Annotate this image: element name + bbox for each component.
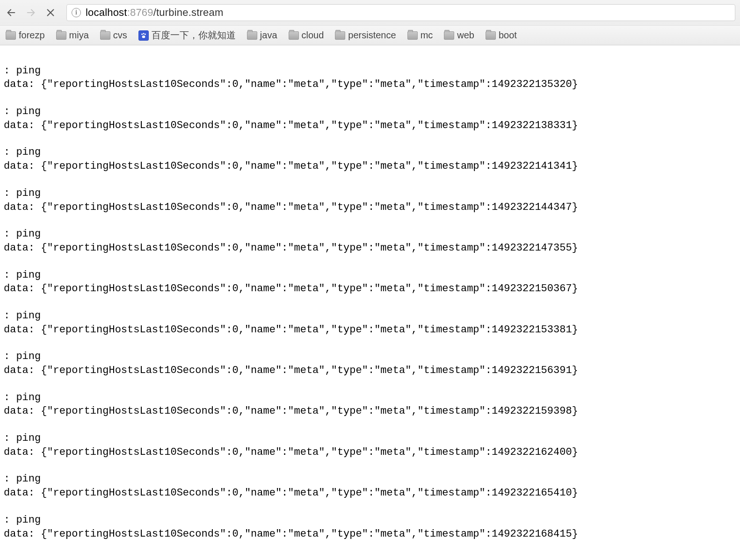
stop-button[interactable]: [44, 6, 57, 19]
forward-button[interactable]: [24, 6, 37, 19]
site-info-icon[interactable]: i: [72, 8, 81, 17]
bookmark-mc[interactable]: mc: [407, 30, 433, 41]
stream-event: : ping data: {"reportingHostsLast10Secon…: [4, 431, 736, 459]
svg-point-4: [141, 33, 143, 35]
stream-event: : ping data: {"reportingHostsLast10Secon…: [4, 309, 736, 337]
data-line: data: {"reportingHostsLast10Seconds":0,"…: [4, 446, 578, 458]
bookmark-cloud[interactable]: cloud: [289, 30, 324, 41]
bookmark-boot[interactable]: boot: [486, 30, 517, 41]
bookmark-label: web: [457, 30, 474, 41]
data-line: data: {"reportingHostsLast10Seconds":0,"…: [4, 120, 578, 131]
ping-line: : ping: [4, 432, 41, 444]
data-line: data: {"reportingHostsLast10Seconds":0,"…: [4, 324, 578, 336]
data-line: data: {"reportingHostsLast10Seconds":0,"…: [4, 405, 578, 417]
svg-point-7: [142, 36, 145, 38]
bookmark-label: mc: [421, 30, 433, 41]
stream-event: : ping data: {"reportingHostsLast10Secon…: [4, 64, 736, 92]
data-line: data: {"reportingHostsLast10Seconds":0,"…: [4, 201, 578, 213]
ping-line: : ping: [4, 187, 41, 199]
address-bar[interactable]: i localhost:8769/turbine.stream: [66, 4, 735, 21]
bookmark-label: cvs: [113, 30, 127, 41]
close-icon: [45, 7, 56, 18]
data-line: data: {"reportingHostsLast10Seconds":0,"…: [4, 487, 578, 499]
ping-line: : ping: [4, 269, 41, 281]
data-line: data: {"reportingHostsLast10Seconds":0,"…: [4, 365, 578, 376]
stream-content: : ping data: {"reportingHostsLast10Secon…: [0, 45, 740, 559]
folder-icon: [335, 31, 345, 40]
url-text: localhost:8769/turbine.stream: [86, 7, 223, 19]
stream-event: : ping data: {"reportingHostsLast10Secon…: [4, 105, 736, 132]
stream-event: : ping data: {"reportingHostsLast10Secon…: [4, 391, 736, 418]
folder-icon: [486, 31, 496, 40]
ping-line: : ping: [4, 65, 41, 77]
stream-event: : ping data: {"reportingHostsLast10Secon…: [4, 268, 736, 296]
bookmark-label: boot: [499, 30, 517, 41]
bookmark-label: cloud: [302, 30, 324, 41]
folder-icon: [100, 31, 110, 40]
bookmarks-bar: forezp miya cvs 百度一下，你就知道 java cloud per…: [0, 25, 740, 45]
nav-row: i localhost:8769/turbine.stream: [0, 0, 740, 25]
folder-icon: [247, 31, 257, 40]
ping-line: : ping: [4, 473, 41, 485]
baidu-paw-icon: [138, 30, 149, 41]
url-path: /turbine.stream: [153, 7, 224, 18]
stream-event: : ping data: {"reportingHostsLast10Secon…: [4, 187, 736, 214]
bookmark-label: 百度一下，你就知道: [152, 29, 236, 42]
url-host: localhost: [86, 7, 127, 18]
arrow-right-icon: [26, 7, 36, 18]
bookmark-baidu[interactable]: 百度一下，你就知道: [138, 29, 236, 42]
stream-event: : ping data: {"reportingHostsLast10Secon…: [4, 145, 736, 173]
ping-line: : ping: [4, 106, 41, 117]
bookmark-cvs[interactable]: cvs: [100, 30, 127, 41]
stream-event: : ping data: {"reportingHostsLast10Secon…: [4, 472, 736, 500]
data-line: data: {"reportingHostsLast10Seconds":0,"…: [4, 79, 578, 90]
url-port: :8769: [127, 7, 153, 18]
bookmark-label: persistence: [348, 30, 396, 41]
folder-icon: [407, 31, 418, 40]
data-line: data: {"reportingHostsLast10Seconds":0,"…: [4, 283, 578, 294]
ping-line: : ping: [4, 310, 41, 322]
folder-icon: [444, 31, 454, 40]
folder-icon: [289, 31, 299, 40]
ping-line: : ping: [4, 351, 41, 362]
bookmark-label: java: [260, 30, 277, 41]
bookmark-label: miya: [69, 30, 89, 41]
bookmark-persistence[interactable]: persistence: [335, 30, 396, 41]
bookmark-label: forezp: [19, 30, 45, 41]
stream-event: : ping data: {"reportingHostsLast10Secon…: [4, 227, 736, 255]
svg-point-5: [143, 33, 144, 34]
bookmark-web[interactable]: web: [444, 30, 474, 41]
ping-line: : ping: [4, 392, 41, 403]
ping-line: : ping: [4, 514, 41, 526]
stream-event: : ping data: {"reportingHostsLast10Secon…: [4, 350, 736, 377]
data-line: data: {"reportingHostsLast10Seconds":0,"…: [4, 242, 578, 254]
bookmark-forezp[interactable]: forezp: [6, 30, 45, 41]
folder-icon: [6, 31, 16, 40]
stream-event: : ping data: {"reportingHostsLast10Secon…: [4, 513, 736, 541]
browser-chrome: i localhost:8769/turbine.stream forezp m…: [0, 0, 740, 45]
bookmark-miya[interactable]: miya: [56, 30, 89, 41]
back-button[interactable]: [5, 6, 18, 19]
folder-icon: [56, 31, 66, 40]
arrow-left-icon: [6, 7, 16, 18]
ping-line: : ping: [4, 146, 41, 158]
bookmark-java[interactable]: java: [247, 30, 277, 41]
data-line: data: {"reportingHostsLast10Seconds":0,"…: [4, 160, 578, 172]
svg-point-6: [145, 33, 146, 35]
ping-line: : ping: [4, 228, 41, 240]
data-line: data: {"reportingHostsLast10Seconds":0,"…: [4, 528, 578, 540]
